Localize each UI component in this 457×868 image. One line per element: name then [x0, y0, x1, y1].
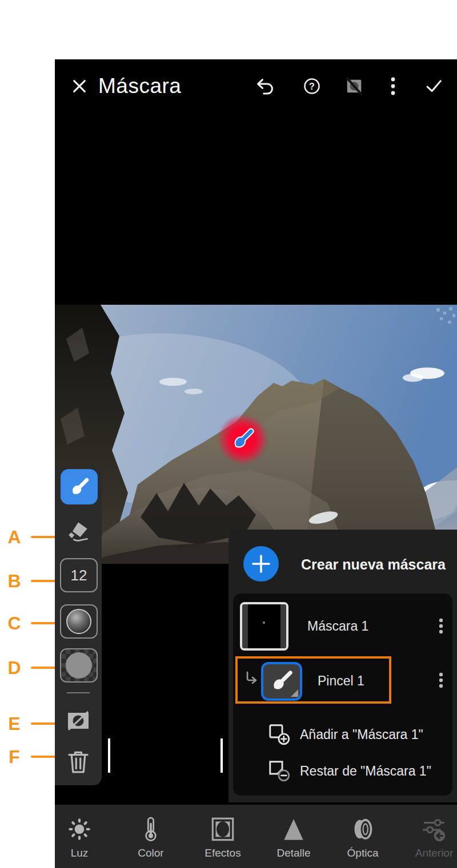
close-icon[interactable] — [70, 76, 89, 96]
annotation-letter-e: E — [3, 713, 26, 734]
triangle-icon — [279, 815, 308, 843]
create-mask-row[interactable]: Crear nueva máscara — [228, 530, 457, 594]
nav-item-optica[interactable]: Óptica — [335, 805, 390, 868]
brush-tool-button[interactable] — [61, 469, 98, 504]
annotation-letter-a: A — [3, 527, 26, 547]
thumb-gutter — [242, 604, 248, 648]
annotated-screenshot: { "annotations": { "color": "#F7941E", "… — [0, 0, 457, 868]
svg-text:?: ? — [309, 82, 315, 91]
eraser-icon — [67, 522, 89, 542]
trash-icon — [67, 750, 89, 774]
brush-feather-button[interactable] — [60, 604, 98, 639]
slider-mark-left — [108, 738, 110, 773]
more-options-icon[interactable] — [383, 76, 403, 96]
nav-item-detalle[interactable]: Detalle — [266, 805, 321, 868]
feather-ball-icon — [66, 609, 91, 634]
component-item-label: Pincel 1 — [318, 673, 364, 689]
annotation-letter-f: F — [3, 746, 26, 767]
opacity-dot-icon — [66, 652, 92, 679]
subcomponent-arrow-icon — [244, 671, 259, 687]
annotation-line-c — [31, 622, 57, 624]
brush-toolbar: 12 — [55, 467, 102, 785]
undo-icon[interactable] — [255, 76, 275, 96]
mask-item-menu-icon[interactable] — [439, 618, 443, 634]
nav-item-anterior[interactable]: Anterior — [407, 805, 457, 868]
thermometer-icon — [137, 815, 165, 843]
bottom-nav-bar: Luz Color Efectos — [55, 805, 457, 868]
mask-list-card: Máscara 1 Pincel 1 — [233, 594, 452, 796]
nav-item-color[interactable]: Color — [123, 805, 178, 868]
invert-mask-icon — [67, 711, 89, 730]
lens-icon — [348, 815, 377, 843]
annotation-line-b — [31, 580, 57, 582]
vignette-icon — [209, 815, 237, 843]
brush-opacity-button[interactable] — [60, 648, 98, 683]
add-to-mask-option[interactable]: Añadir a "Máscara 1" — [300, 727, 423, 742]
thumb-corner-badge — [291, 689, 298, 697]
component-item-menu-icon[interactable] — [439, 672, 443, 688]
annotation-line-e — [31, 722, 57, 725]
brush-component-thumbnail[interactable] — [261, 662, 302, 701]
toolbar-divider — [67, 692, 90, 693]
nav-item-luz[interactable]: Luz — [55, 805, 107, 868]
brush-size-value: 12 — [71, 567, 87, 584]
create-mask-button[interactable] — [243, 546, 279, 582]
annotation-line-f — [31, 756, 57, 758]
brush-icon — [66, 474, 93, 500]
mask-item-label: Máscara 1 — [307, 619, 368, 634]
subtract-from-mask-icon — [268, 760, 290, 782]
annotation-letter-d: D — [3, 657, 26, 678]
thumb-gutter — [280, 604, 286, 648]
brush-size-button[interactable]: 12 — [60, 558, 98, 592]
subtract-from-mask-option[interactable]: Restar de "Máscara 1" — [300, 764, 431, 779]
sliders-back-icon — [420, 815, 448, 843]
mask-thumbnail[interactable] — [240, 602, 288, 651]
annotation-line-d — [31, 667, 57, 669]
delete-mask-button[interactable] — [67, 750, 89, 774]
help-icon[interactable]: ? — [302, 76, 322, 96]
slider-mark-right — [221, 738, 223, 773]
photo-canvas[interactable] — [55, 305, 457, 564]
sun-icon — [65, 815, 94, 843]
eraser-tool-button[interactable] — [67, 522, 89, 542]
masks-panel: Crear nueva máscara Máscara 1 — [228, 530, 457, 802]
app-screen: Máscara ? — [55, 59, 457, 868]
brush-cursor-icon — [229, 426, 256, 453]
thumb-brush-dot — [263, 621, 265, 624]
plus-icon — [251, 554, 271, 574]
annotation-letter-c: C — [3, 613, 26, 633]
mask-overlay-icon[interactable] — [344, 76, 364, 96]
annotation-line-a — [31, 536, 57, 538]
top-bar: Máscara ? — [55, 59, 457, 113]
confirm-icon[interactable] — [424, 76, 444, 96]
page-title: Máscara — [98, 74, 181, 98]
nav-item-efectos[interactable]: Efectos — [195, 805, 250, 868]
invert-mask-button[interactable] — [67, 711, 89, 730]
add-to-mask-icon — [268, 724, 290, 745]
create-mask-label: Crear nueva máscara — [301, 556, 446, 573]
annotation-letter-b: B — [3, 571, 26, 591]
